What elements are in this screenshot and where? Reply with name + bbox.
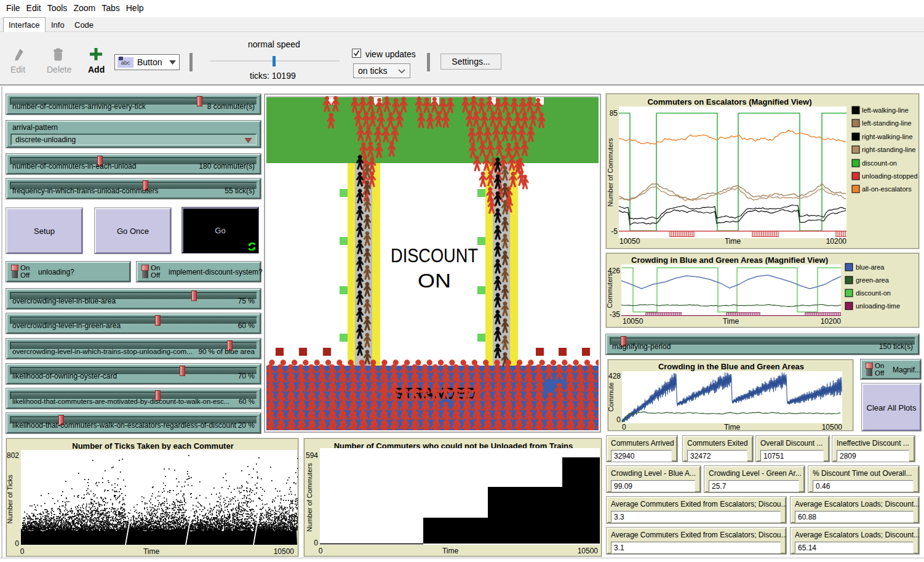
svg-text:ON: ON xyxy=(418,270,451,292)
svg-text:green-area: green-area xyxy=(856,276,890,284)
svg-text:left-walking-line: left-walking-line xyxy=(862,106,909,114)
svg-text:Time: Time xyxy=(725,237,741,246)
svg-text:10500: 10500 xyxy=(578,547,599,555)
svg-text:0: 0 xyxy=(15,539,19,548)
svg-text:85: 85 xyxy=(610,109,618,118)
svg-text:10050: 10050 xyxy=(623,317,643,326)
svg-text:unloading-stopped: unloading-stopped xyxy=(862,172,918,180)
svg-text:right-walking-line: right-walking-line xyxy=(862,133,913,140)
svg-text:-35: -35 xyxy=(610,310,621,319)
svg-text:10200: 10200 xyxy=(826,237,847,246)
svg-text:all-on-escalators: all-on-escalators xyxy=(862,185,912,193)
svg-text:0: 0 xyxy=(616,415,621,424)
svg-text:right-standing-line: right-standing-line xyxy=(862,146,915,153)
svg-text:Number of Commuters: Number of Commuters xyxy=(306,463,313,532)
svg-text:discount-on: discount-on xyxy=(856,289,891,297)
svg-text:discount-on: discount-on xyxy=(862,159,897,167)
svg-text:0: 0 xyxy=(319,547,323,555)
svg-text:0: 0 xyxy=(20,547,25,556)
svg-text:DISCOUNT: DISCOUNT xyxy=(391,245,478,267)
svg-text:428: 428 xyxy=(608,372,621,380)
svg-text:0: 0 xyxy=(314,539,318,547)
svg-text:10500: 10500 xyxy=(274,547,295,556)
svg-text:594: 594 xyxy=(306,451,318,460)
svg-text:Time: Time xyxy=(143,547,160,556)
svg-text:Number of Commuters: Number of Commuters xyxy=(607,138,614,207)
svg-text:blue-area: blue-area xyxy=(856,263,885,271)
svg-text:Commute: Commute xyxy=(608,382,615,412)
svg-text:10050: 10050 xyxy=(619,237,640,246)
svg-text:Number of Ticks: Number of Ticks xyxy=(7,475,14,524)
svg-text:unloading-time: unloading-time xyxy=(856,302,900,310)
svg-text:Time: Time xyxy=(724,423,741,430)
svg-text:10500: 10500 xyxy=(822,423,843,430)
svg-text:10200: 10200 xyxy=(821,317,842,326)
svg-text:802: 802 xyxy=(7,451,19,460)
svg-text:Time: Time xyxy=(442,547,459,555)
svg-text:Commuters: Commuters xyxy=(607,273,613,308)
svg-text:0: 0 xyxy=(622,423,626,430)
svg-text:left-standing-line: left-standing-line xyxy=(862,119,912,127)
svg-text:Time: Time xyxy=(723,317,739,326)
svg-text:-5: -5 xyxy=(611,227,618,236)
